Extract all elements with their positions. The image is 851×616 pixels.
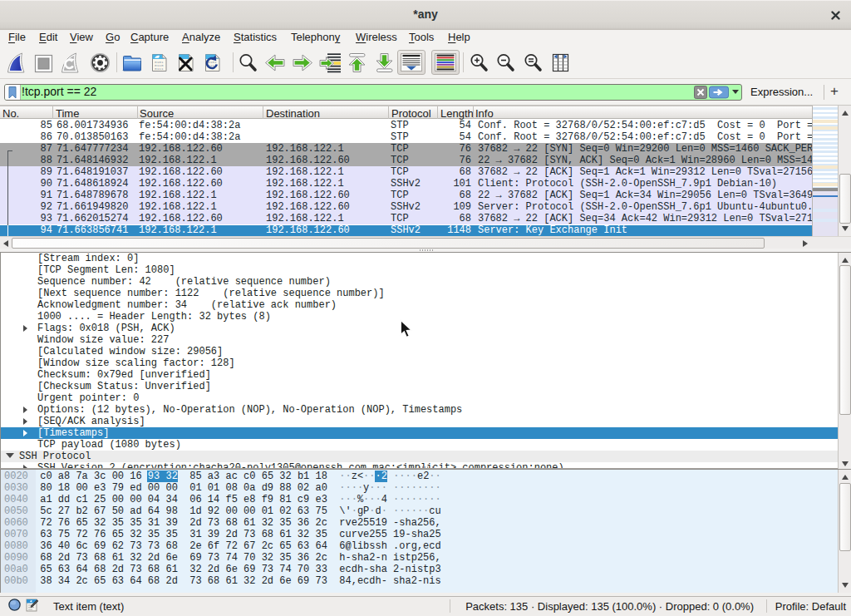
svg-text:0111: 0111 bbox=[155, 67, 164, 71]
